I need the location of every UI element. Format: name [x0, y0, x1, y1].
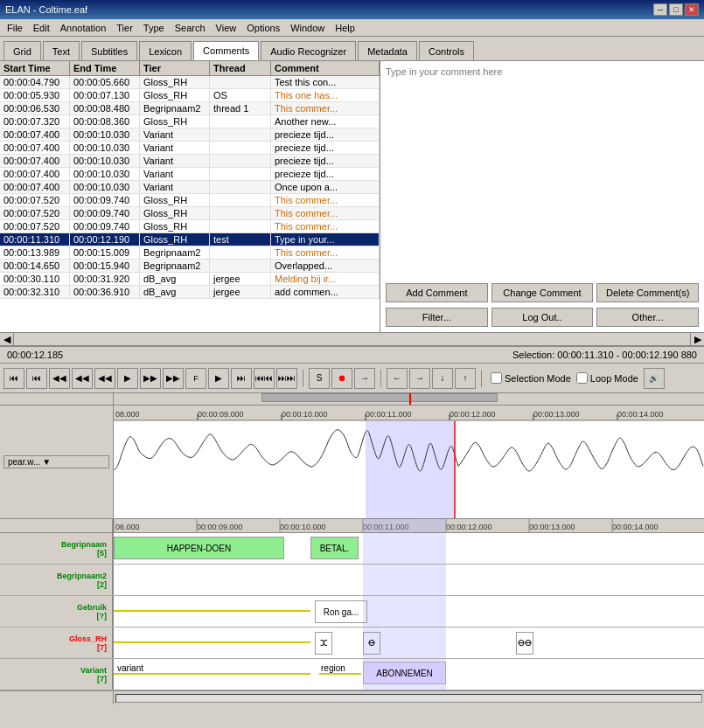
table-row[interactable]: 00:00:05.930 00:00:07.130 Gloss_RH OS Th…	[0, 89, 380, 102]
back-button[interactable]: ◀◀	[72, 368, 93, 389]
table-row[interactable]: 00:00:07.520 00:00:09.740 Gloss_RH This …	[0, 207, 380, 220]
delete-comments-button[interactable]: Delete Comment(s)	[596, 283, 699, 302]
waveform-canvas[interactable]: 08.000 00:00:09.000 00:00:10.000 00:00:1…	[114, 406, 704, 518]
annotation-gloss-2[interactable]: ⴱ	[363, 632, 380, 655]
table-row[interactable]: 00:00:30.110 00:00:31.920 dB_avg jergee …	[0, 273, 380, 286]
tab-comments[interactable]: Comments	[193, 41, 259, 60]
change-comment-button[interactable]: Change Comment	[491, 283, 594, 302]
timeline-scroll[interactable]	[0, 393, 704, 406]
annotation-gloss-3[interactable]: ⴱⴱ	[516, 632, 533, 655]
track-content-begripnaam[interactable]: HAPPEN-DOEN BETAL.	[114, 533, 704, 564]
go-to-end-button[interactable]: ⏭	[231, 368, 252, 389]
table-row[interactable]: 00:00:11.310 00:00:12.190 Gloss_RH test …	[0, 233, 380, 246]
table-row[interactable]: 00:00:06.530 00:00:08.480 Begripnaam2 th…	[0, 102, 380, 115]
horizontal-scroll[interactable]: ◀ ▶	[0, 332, 704, 346]
minimize-button[interactable]: ─	[653, 3, 667, 16]
volume-button[interactable]: 🔊	[644, 368, 665, 389]
tab-lexicon[interactable]: Lexicon	[139, 41, 192, 60]
scroll-left-btn[interactable]: ◀	[0, 333, 14, 345]
table-row[interactable]: 00:00:07.520 00:00:09.740 Gloss_RH This …	[0, 220, 380, 233]
table-row[interactable]: 00:00:13.989 00:00:15.009 Begripnaam2 Th…	[0, 246, 380, 260]
track-begripnaam2: Begripnaam2[2]	[0, 565, 704, 596]
main-scrollbar[interactable]	[0, 690, 704, 704]
tab-subtitles[interactable]: Subtitles	[81, 41, 137, 60]
go-left-btn[interactable]: ←	[387, 368, 408, 389]
table-row[interactable]: 00:00:07.400 00:00:10.030 Variant precie…	[0, 128, 380, 142]
prev-annot-button[interactable]: ◀◀	[94, 368, 115, 389]
table-row[interactable]: 00:00:32.310 00:00:36.910 dB_avg jergee …	[0, 286, 380, 299]
track-content-gloss-rh[interactable]: ⵋ ⴱ ⴱⴱ	[114, 627, 704, 658]
td-end: 00:00:12.190	[70, 233, 140, 246]
step-back-button[interactable]: ◀◀	[49, 368, 70, 389]
menu-options[interactable]: Options	[241, 21, 285, 35]
play-button[interactable]: ▶	[117, 368, 138, 389]
annotation-gloss-1[interactable]: ⵋ	[315, 632, 332, 655]
go-to-start-button[interactable]: ⏮	[3, 368, 24, 389]
td-start: 00:00:07.400	[0, 155, 70, 167]
record-btn[interactable]: ⏺	[331, 368, 352, 389]
table-body[interactable]: 00:00:04.790 00:00:05.660 Gloss_RH Test …	[0, 76, 380, 332]
rewind-btn[interactable]: S	[309, 368, 330, 389]
menu-search[interactable]: Search	[170, 21, 211, 35]
table-row[interactable]: 00:00:07.400 00:00:10.030 Variant Once u…	[0, 181, 380, 194]
table-row[interactable]: 00:00:07.320 00:00:08.360 Gloss_RH Anoth…	[0, 115, 380, 128]
td-thread	[210, 142, 271, 154]
loop-mode-checkbox[interactable]	[576, 372, 588, 384]
track-content-variant[interactable]: variant region ABONNEMEN	[114, 659, 704, 690]
track-selector[interactable]: pear.w... ▼	[3, 455, 109, 468]
comment-text-area[interactable]	[380, 61, 704, 278]
timeline-scroll-track[interactable]	[114, 393, 704, 405]
menu-window[interactable]: Window	[285, 21, 330, 35]
tab-grid[interactable]: Grid	[3, 41, 41, 60]
table-row[interactable]: 00:00:07.400 00:00:10.030 Variant precie…	[0, 168, 380, 181]
td-end: 00:00:08.480	[70, 102, 140, 114]
fast-forward-button[interactable]: ▶▶	[163, 368, 184, 389]
track-content-begripnaam2[interactable]	[114, 565, 704, 595]
scrollbar-track[interactable]	[115, 694, 702, 703]
tab-controls[interactable]: Controls	[419, 41, 474, 60]
frame-forward-button[interactable]: F	[185, 368, 206, 389]
log-out-button[interactable]: Log Out..	[491, 308, 594, 327]
tab-metadata[interactable]: Metadata	[358, 41, 417, 60]
other-button[interactable]: Other...	[596, 308, 699, 327]
tab-audio-recognizer[interactable]: Audio Recognizer	[261, 41, 356, 60]
loop-end-button[interactable]: ⏭⏭	[276, 368, 297, 389]
play-selection-button[interactable]: ▶▶	[140, 368, 161, 389]
timeline-scroll-thumb[interactable]	[261, 393, 498, 402]
menu-tier[interactable]: Tier	[111, 21, 138, 35]
table-row[interactable]: 00:00:14.650 00:00:15.940 Begripnaam2 Ov…	[0, 260, 380, 273]
go-down-btn[interactable]: ↓	[432, 368, 453, 389]
go-right-btn[interactable]: →	[409, 368, 430, 389]
selection-mode-checkbox[interactable]	[491, 372, 502, 384]
table-row[interactable]: 00:00:07.400 00:00:10.030 Variant precie…	[0, 142, 380, 155]
menu-type[interactable]: Type	[138, 21, 170, 35]
next-button[interactable]: ▶	[208, 368, 229, 389]
table-row[interactable]: 00:00:07.520 00:00:09.740 Gloss_RH This …	[0, 194, 380, 207]
tab-text[interactable]: Text	[43, 41, 80, 60]
selection-info: Selection: 00:00:11.310 - 00:00:12.190 8…	[512, 350, 697, 360]
menu-file[interactable]: File	[2, 21, 28, 35]
menu-view[interactable]: View	[211, 21, 242, 35]
maximize-button[interactable]: □	[669, 3, 683, 16]
prev-button[interactable]: ⏮	[26, 368, 47, 389]
td-end: 00:00:15.940	[70, 260, 140, 272]
annotation-ron-ga[interactable]: Ron ga...	[315, 600, 367, 623]
table-row[interactable]: 00:00:04.790 00:00:05.660 Gloss_RH Test …	[0, 76, 380, 89]
menu-help[interactable]: Help	[330, 21, 360, 35]
loop-start-button[interactable]: ⏮⏮	[254, 368, 275, 389]
filter-button[interactable]: Filter...	[386, 308, 488, 327]
loop-btn[interactable]: →	[354, 368, 375, 389]
scroll-track[interactable]	[14, 335, 690, 343]
close-button[interactable]: ✕	[685, 3, 699, 16]
annotation-abonnemen[interactable]: ABONNEMEN	[363, 662, 446, 684]
go-up-btn[interactable]: ↑	[455, 368, 476, 389]
table-row[interactable]: 00:00:07.400 00:00:10.030 Variant precie…	[0, 155, 380, 168]
annotation-happen-doen[interactable]: HAPPEN-DOEN	[114, 537, 284, 559]
menu-edit[interactable]: Edit	[28, 21, 55, 35]
track-content-gebruik[interactable]: Ron ga...	[114, 596, 704, 627]
td-comment: Test this con...	[271, 76, 380, 88]
scroll-right-btn[interactable]: ▶	[690, 333, 704, 345]
annotation-betal[interactable]: BETAL.	[310, 537, 359, 559]
menu-annotation[interactable]: Annotation	[55, 21, 112, 35]
add-comment-button[interactable]: Add Comment	[386, 283, 488, 302]
